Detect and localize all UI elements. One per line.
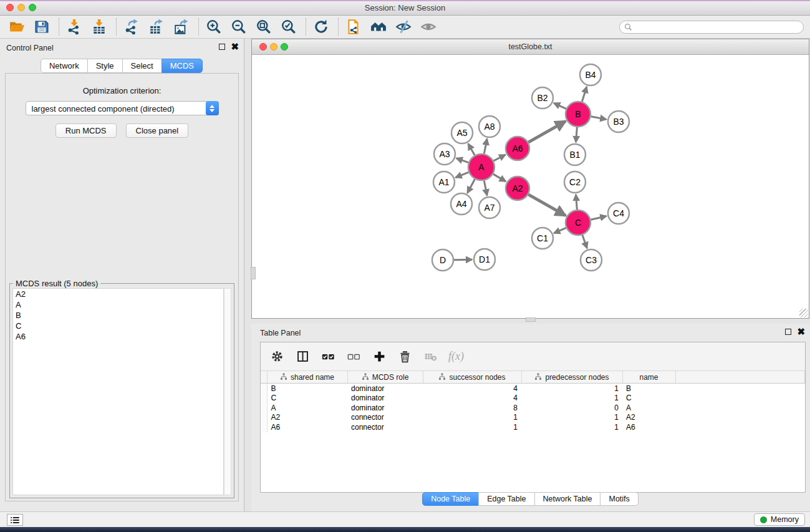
graph-node-B[interactable]: B — [566, 102, 591, 127]
network-canvas[interactable]: AA1A2A3A4A5A6A7A8BB1B2B3B4CC1C2C3C4DD1 — [252, 55, 809, 318]
cell-successor-nodes[interactable]: 4 — [423, 393, 521, 403]
mcds-result-item[interactable]: C — [13, 321, 223, 331]
cell-name[interactable]: A6 — [622, 422, 675, 432]
home-icon[interactable] — [369, 17, 388, 36]
graph-edge-B-B4[interactable] — [582, 87, 587, 102]
table-row[interactable]: A6connector11A6 — [261, 422, 805, 432]
graph-node-D[interactable]: D — [432, 249, 453, 271]
cell-shared-name[interactable]: B — [267, 384, 347, 394]
float-panel-icon[interactable] — [785, 329, 791, 335]
cell-mcds-role[interactable]: dominator — [347, 403, 423, 413]
graph-edge-A-A3[interactable] — [456, 158, 468, 163]
splitter-handle-bottom[interactable] — [526, 317, 536, 322]
graph-edge-A-A7[interactable] — [484, 181, 487, 196]
cell-successor-nodes[interactable]: 8 — [423, 403, 521, 413]
refresh-icon[interactable] — [312, 17, 330, 36]
search-field[interactable] — [619, 21, 804, 34]
zoom-out-icon[interactable] — [229, 17, 248, 36]
splitter-handle-left[interactable] — [251, 267, 256, 279]
mcds-result-list[interactable]: A2ABCA6 — [12, 288, 224, 495]
graph-node-A7[interactable]: A7 — [479, 197, 500, 218]
tab-motifs[interactable]: Motifs — [600, 492, 638, 506]
graph-node-B2[interactable]: B2 — [532, 87, 553, 109]
save-session-icon[interactable] — [32, 17, 51, 36]
graph-node-A8[interactable]: A8 — [479, 116, 500, 137]
cell-successor-nodes[interactable]: 4 — [423, 384, 521, 394]
cell-mcds-role[interactable]: dominator — [347, 384, 423, 394]
cell-shared-name[interactable]: A2 — [267, 413, 347, 423]
cell-successor-nodes[interactable]: 1 — [423, 413, 521, 423]
resize-grip-icon[interactable] — [799, 309, 808, 317]
graph-edge-A-A4[interactable] — [468, 179, 475, 193]
cell-shared-name[interactable]: A — [267, 403, 347, 413]
graph-edge-A-A6[interactable] — [494, 155, 506, 161]
table-row[interactable]: Bdominator41B — [261, 384, 805, 394]
optimization-criterion-select[interactable]: largest connected component (directed) — [26, 101, 219, 115]
close-panel-button[interactable]: Close panel — [126, 123, 189, 138]
graph-edge-A2-C[interactable] — [528, 195, 566, 216]
cell-mcds-role[interactable]: connector — [347, 422, 423, 432]
graph-node-C3[interactable]: C3 — [581, 249, 602, 271]
hide-eye-icon[interactable] — [394, 17, 413, 36]
column-header-mcds-role[interactable]: MCDS role — [347, 371, 423, 384]
new-network-from-file-icon[interactable] — [344, 17, 363, 36]
mcds-result-item[interactable]: A2 — [13, 289, 223, 299]
cell-mcds-role[interactable]: connector — [347, 413, 423, 423]
tab-select[interactable]: Select — [122, 59, 162, 73]
graph-node-B4[interactable]: B4 — [580, 64, 601, 85]
task-history-button[interactable] — [7, 514, 23, 526]
cell-shared-name[interactable]: A6 — [267, 422, 347, 432]
float-panel-icon[interactable] — [219, 44, 225, 50]
cell-predecessor-nodes[interactable]: 1 — [521, 422, 622, 432]
export-table-icon[interactable] — [147, 17, 166, 36]
graph-edge-C-C2[interactable] — [576, 195, 577, 210]
tab-node-table[interactable]: Node Table — [422, 492, 479, 506]
cell-shared-name[interactable]: C — [267, 393, 347, 403]
cell-predecessor-nodes[interactable]: 1 — [521, 384, 622, 394]
graph-node-A2[interactable]: A2 — [506, 177, 529, 200]
cell-predecessor-nodes[interactable]: 0 — [521, 403, 622, 413]
delete-column-trash-icon[interactable] — [397, 349, 412, 364]
delete-table-icon[interactable] — [423, 349, 438, 364]
graph-edge-C-C1[interactable] — [554, 228, 566, 233]
graph-edge-A-A2[interactable] — [493, 174, 506, 181]
graph-edge-C-C3[interactable] — [582, 235, 587, 248]
mcds-result-scrollbar[interactable] — [224, 288, 231, 495]
cell-name[interactable]: B — [622, 384, 675, 394]
graph-edge-A6-B[interactable] — [528, 121, 566, 142]
cell-name[interactable]: A2 — [622, 413, 675, 423]
graph-edge-B-B3[interactable] — [591, 117, 607, 120]
graph-node-A3[interactable]: A3 — [434, 143, 455, 165]
cell-name[interactable]: A — [622, 403, 675, 413]
tab-edge-table[interactable]: Edge Table — [478, 492, 534, 506]
add-column-icon[interactable] — [372, 349, 387, 364]
cell-name[interactable]: C — [622, 393, 675, 403]
mcds-result-item[interactable]: A — [13, 299, 223, 310]
export-network-icon[interactable] — [122, 17, 141, 36]
table-row[interactable]: Adominator80A — [261, 403, 805, 413]
search-input[interactable] — [635, 23, 803, 32]
zoom-in-icon[interactable] — [205, 17, 223, 36]
cell-mcds-role[interactable]: dominator — [347, 393, 423, 403]
graph-node-A5[interactable]: A5 — [451, 122, 473, 143]
graph-edge-B-B1[interactable] — [576, 127, 577, 142]
graph-node-D1[interactable]: D1 — [474, 249, 495, 270]
column-header-shared-name[interactable]: shared name — [267, 371, 347, 384]
graph-edge-A-A1[interactable] — [456, 172, 469, 177]
column-view-icon[interactable] — [295, 349, 310, 364]
tab-style[interactable]: Style — [87, 59, 123, 73]
tab-network-table[interactable]: Network Table — [534, 492, 601, 506]
graph-edge-A-A8[interactable] — [484, 139, 487, 154]
zoom-selected-icon[interactable] — [279, 17, 298, 36]
cell-predecessor-nodes[interactable]: 1 — [521, 393, 622, 403]
close-panel-icon[interactable]: ✖ — [797, 329, 805, 335]
select-all-icon[interactable] — [321, 349, 335, 364]
graph-edge-B-B2[interactable] — [554, 103, 566, 109]
open-session-icon[interactable] — [7, 17, 26, 36]
import-table-icon[interactable] — [90, 17, 108, 36]
settings-gear-icon[interactable] — [269, 349, 284, 364]
mcds-result-item[interactable]: B — [13, 310, 223, 321]
network-window-titlebar[interactable]: testGlobe.txt — [252, 39, 809, 55]
graph-node-A1[interactable]: A1 — [433, 172, 455, 193]
mcds-result-item[interactable]: A6 — [13, 331, 223, 342]
